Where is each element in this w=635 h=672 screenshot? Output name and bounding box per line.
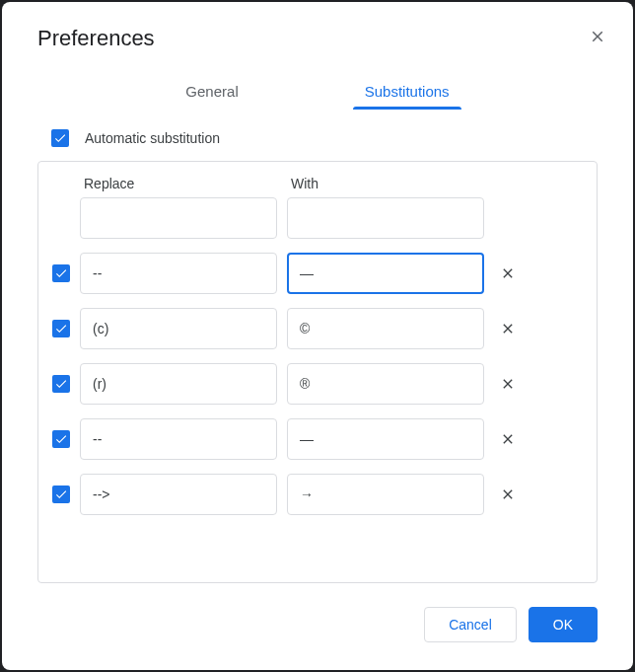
cancel-button[interactable]: Cancel (424, 607, 517, 642)
check-icon (53, 131, 67, 145)
delete-row-button[interactable] (494, 315, 522, 342)
tab-substitutions[interactable]: Substitutions (361, 75, 454, 110)
check-icon (54, 432, 68, 446)
with-input[interactable] (287, 418, 484, 460)
ok-button[interactable]: OK (529, 607, 598, 642)
dialog-footer: Cancel OK (2, 583, 633, 670)
replace-input[interactable] (80, 253, 277, 294)
table-row (52, 418, 577, 460)
dialog-title: Preferences (37, 26, 155, 51)
delete-row-button[interactable] (494, 260, 522, 287)
dialog-header: Preferences (2, 2, 633, 59)
close-icon (500, 321, 516, 336)
delete-row-button[interactable] (494, 370, 522, 398)
auto-substitution-checkbox[interactable] (51, 129, 69, 147)
table-row (52, 363, 577, 405)
tab-general[interactable]: General (181, 75, 242, 110)
auto-substitution-row: Automatic substitution (37, 129, 598, 147)
table-scroll[interactable]: Replace With (38, 162, 597, 582)
table-row (52, 308, 577, 349)
row-checkbox[interactable] (52, 485, 70, 503)
check-icon (54, 322, 68, 336)
close-icon (589, 28, 606, 50)
column-header-replace: Replace (80, 176, 277, 191)
close-button[interactable] (586, 27, 609, 50)
close-icon (500, 265, 516, 281)
replace-input[interactable] (80, 308, 277, 349)
close-icon (500, 486, 516, 502)
table-header-row: Replace With (52, 176, 577, 191)
with-input[interactable] (287, 363, 484, 405)
check-icon (54, 266, 68, 280)
replace-input[interactable] (80, 418, 277, 460)
close-icon (500, 376, 516, 392)
replace-input[interactable] (80, 474, 277, 515)
tabs: General Substitutions (2, 59, 633, 110)
preferences-dialog: Preferences General Substitutions Automa… (2, 2, 633, 670)
check-icon (54, 487, 68, 501)
row-checkbox[interactable] (52, 430, 70, 448)
check-icon (54, 377, 68, 391)
close-icon (500, 431, 516, 447)
row-checkbox[interactable] (52, 264, 70, 282)
with-input[interactable] (287, 308, 484, 349)
row-checkbox[interactable] (52, 320, 70, 337)
with-input[interactable] (287, 253, 484, 294)
row-checkbox[interactable] (52, 375, 70, 393)
rows-container (52, 197, 577, 515)
replace-input[interactable] (80, 197, 277, 239)
with-input[interactable] (287, 197, 484, 239)
delete-row-button[interactable] (494, 425, 522, 453)
replace-input[interactable] (80, 363, 277, 405)
content-area: Automatic substitution Replace With (2, 110, 633, 583)
column-header-with: With (287, 176, 484, 191)
table-row (52, 474, 577, 515)
auto-substitution-label: Automatic substitution (85, 130, 220, 146)
delete-row-button[interactable] (494, 481, 522, 508)
substitution-table: Replace With (37, 161, 598, 583)
table-row (52, 197, 577, 239)
with-input[interactable] (287, 474, 484, 515)
table-row (52, 253, 577, 294)
